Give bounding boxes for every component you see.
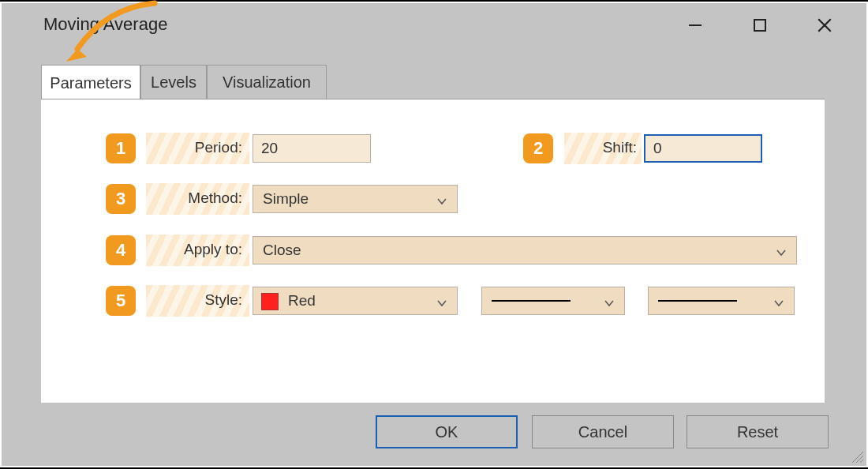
shift-input[interactable]: 0 bbox=[644, 134, 762, 163]
style-line-type-select[interactable] bbox=[481, 287, 625, 315]
minimize-button[interactable] bbox=[685, 15, 705, 36]
label-shift: Shift: bbox=[578, 139, 637, 156]
annotation-badge-4: 4 bbox=[106, 235, 136, 265]
apply-to-select[interactable]: Close bbox=[253, 236, 797, 265]
style-color-select[interactable]: Red bbox=[253, 287, 458, 315]
close-button[interactable] bbox=[814, 15, 835, 36]
chevron-down-icon bbox=[773, 295, 784, 306]
annotation-badge-5: 5 bbox=[106, 286, 136, 316]
chevron-down-icon bbox=[436, 295, 447, 306]
resize-grip[interactable] bbox=[849, 448, 863, 463]
line-type-preview bbox=[492, 300, 571, 302]
color-swatch bbox=[261, 293, 279, 310]
annotation-badge-3: 3 bbox=[106, 184, 136, 214]
window-title: Moving Average bbox=[43, 14, 167, 35]
tab-visualization[interactable]: Visualization bbox=[207, 65, 327, 99]
ok-button[interactable]: OK bbox=[376, 415, 518, 448]
tab-strip: Parameters Levels Visualization bbox=[2, 65, 866, 99]
style-color-value: Red bbox=[288, 292, 316, 310]
annotation-badge-2: 2 bbox=[523, 133, 553, 163]
label-apply-to: Apply to: bbox=[152, 241, 242, 258]
line-width-preview bbox=[658, 300, 737, 302]
parameters-panel: 1 Period: 20 2 Shift: 0 3 Method: Simple bbox=[41, 99, 825, 403]
tab-parameters[interactable]: Parameters bbox=[41, 65, 140, 100]
chevron-down-icon bbox=[604, 295, 615, 306]
label-style: Style: bbox=[152, 291, 242, 309]
svg-line-6 bbox=[860, 460, 863, 463]
apply-to-value: Close bbox=[263, 242, 301, 259]
svg-rect-1 bbox=[754, 20, 765, 31]
cancel-button[interactable]: Cancel bbox=[532, 415, 674, 448]
annotation-badge-1: 1 bbox=[106, 133, 136, 163]
method-value: Simple bbox=[263, 190, 309, 208]
chevron-down-icon bbox=[436, 193, 447, 204]
reset-button[interactable]: Reset bbox=[687, 415, 829, 448]
style-line-width-select[interactable] bbox=[648, 287, 795, 315]
chevron-down-icon bbox=[776, 245, 787, 256]
maximize-button[interactable] bbox=[750, 15, 770, 36]
label-method: Method: bbox=[152, 189, 242, 207]
svg-line-5 bbox=[856, 456, 863, 463]
label-period: Period: bbox=[152, 139, 242, 156]
tab-levels[interactable]: Levels bbox=[140, 65, 207, 99]
period-input[interactable]: 20 bbox=[253, 134, 371, 163]
method-select[interactable]: Simple bbox=[253, 185, 458, 213]
